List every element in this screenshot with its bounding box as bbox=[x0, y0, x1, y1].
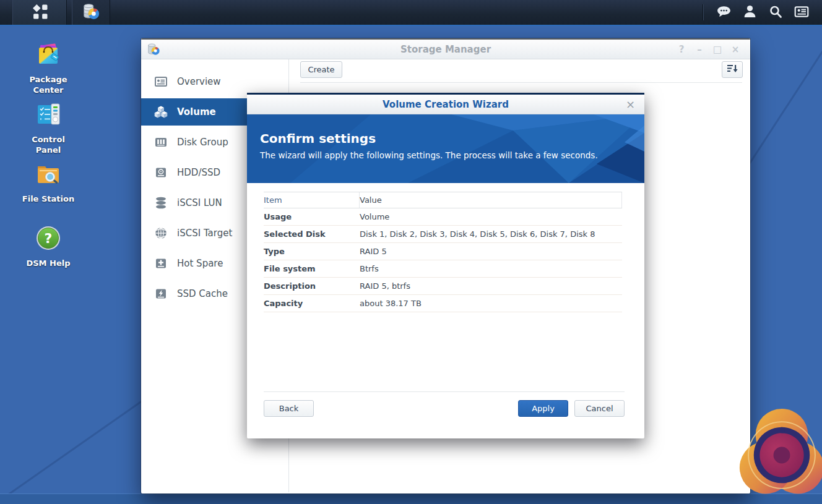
list-sort-button[interactable] bbox=[722, 61, 743, 78]
table-row: Capacity about 38.17 TB bbox=[264, 295, 622, 312]
sidebar-item-label: Disk Group bbox=[177, 137, 228, 148]
list-sort-icon bbox=[726, 62, 738, 77]
window-titlebar[interactable]: Storage Manager ? – □ × bbox=[141, 38, 750, 59]
desktop-icon-control-panel[interactable]: Control Panel bbox=[14, 101, 83, 155]
overview-icon bbox=[154, 75, 168, 88]
table-row: File system Btrfs bbox=[264, 260, 622, 278]
package-center-icon bbox=[35, 41, 62, 70]
control-panel-icon bbox=[35, 101, 62, 130]
search-icon bbox=[768, 4, 783, 21]
row-item-label: Selected Disk bbox=[264, 229, 360, 239]
user-menu-button[interactable] bbox=[738, 0, 761, 25]
row-item-label: Type bbox=[264, 247, 360, 256]
file-station-icon bbox=[35, 160, 62, 189]
dsm-help-icon: ? bbox=[35, 224, 62, 254]
row-value: about 38.17 TB bbox=[360, 299, 622, 308]
hot-spare-icon bbox=[154, 257, 168, 270]
table-row: Selected Disk Disk 1, Disk 2, Disk 3, Di… bbox=[264, 226, 622, 243]
desktop-icon-dsm-help[interactable]: ? DSM Help bbox=[14, 224, 83, 268]
hdd-ssd-icon bbox=[154, 166, 168, 179]
sidebar-item-label: iSCSI Target bbox=[177, 228, 232, 239]
back-button[interactable]: Back bbox=[264, 400, 314, 417]
desktop-icon-label: DSM Help bbox=[26, 258, 70, 268]
table-header-row: Item Value bbox=[264, 192, 622, 208]
column-header-value: Value bbox=[360, 192, 622, 208]
row-value: RAID 5, btrfs bbox=[360, 281, 622, 291]
ssd-cache-icon bbox=[154, 287, 168, 301]
table-row: Type RAID 5 bbox=[264, 243, 622, 260]
kitguru-logo bbox=[734, 408, 822, 503]
toolbar: Create bbox=[289, 59, 750, 83]
create-button[interactable]: Create bbox=[300, 61, 342, 78]
volume-creation-wizard-dialog: Volume Creation Wizard × Confirm setting… bbox=[247, 93, 644, 438]
svg-text:?: ? bbox=[45, 231, 53, 246]
main-menu-button[interactable] bbox=[12, 0, 67, 25]
wizard-subtitle: The wizard will apply the following sett… bbox=[260, 150, 598, 160]
disk-group-icon bbox=[154, 135, 168, 149]
row-value: Disk 1, Disk 2, Disk 3, Disk 4, Disk 5, … bbox=[360, 229, 622, 239]
iscsi-target-icon bbox=[154, 226, 168, 240]
wizard-footer: Back Apply Cancel bbox=[264, 391, 625, 417]
taskbar bbox=[0, 0, 822, 26]
minimize-icon[interactable]: – bbox=[693, 44, 706, 55]
close-icon[interactable]: × bbox=[729, 44, 742, 55]
notifications-icon bbox=[716, 4, 732, 21]
pilot-view-button[interactable] bbox=[790, 0, 813, 25]
window-title: Storage Manager bbox=[141, 44, 750, 55]
wallpaper-bottom-band bbox=[0, 493, 822, 504]
row-value: Volume bbox=[360, 212, 622, 221]
row-item-label: Capacity bbox=[264, 299, 360, 308]
search-button[interactable] bbox=[764, 0, 787, 25]
close-icon[interactable]: × bbox=[626, 99, 644, 110]
app-grid-icon bbox=[32, 4, 48, 21]
dialog-title: Volume Creation Wizard bbox=[247, 99, 644, 110]
help-icon[interactable]: ? bbox=[675, 44, 688, 55]
row-item-label: Usage bbox=[264, 212, 360, 221]
desktop-icon-label: File Station bbox=[22, 194, 74, 204]
taskbar-storage-manager-button[interactable] bbox=[72, 0, 110, 25]
row-item-label: File system bbox=[264, 264, 360, 273]
table-row: Usage Volume bbox=[264, 208, 622, 226]
sidebar-item-label: iSCSI LUN bbox=[177, 197, 222, 208]
wizard-banner: Confirm settings The wizard will apply t… bbox=[247, 114, 644, 183]
storage-manager-icon bbox=[82, 2, 100, 23]
sidebar-item-label: Hot Spare bbox=[177, 258, 223, 269]
desktop-icon-package-center[interactable]: Package Center bbox=[14, 41, 83, 95]
taskbar-separator bbox=[703, 4, 703, 20]
desktop-icon-label: Control Panel bbox=[19, 134, 78, 155]
apply-button[interactable]: Apply bbox=[518, 400, 568, 417]
sidebar-item-label: SSD Cache bbox=[177, 288, 228, 299]
sidebar-item-label: Volume bbox=[177, 106, 216, 117]
dialog-titlebar[interactable]: Volume Creation Wizard × bbox=[247, 95, 644, 114]
iscsi-lun-icon bbox=[154, 196, 168, 210]
row-value: RAID 5 bbox=[360, 247, 622, 256]
sidebar-item-label: Overview bbox=[177, 76, 221, 87]
desktop-icon-label: Package Center bbox=[19, 74, 78, 95]
maximize-icon[interactable]: □ bbox=[711, 44, 724, 55]
column-header-item: Item bbox=[264, 192, 360, 208]
wizard-heading: Confirm settings bbox=[260, 131, 598, 146]
notifications-button[interactable] bbox=[712, 0, 735, 25]
volume-cubes-icon bbox=[154, 105, 168, 119]
settings-table: Item Value Usage Volume Selected Disk Di… bbox=[264, 192, 622, 312]
table-row: Description RAID 5, btrfs bbox=[264, 278, 622, 295]
storage-manager-icon bbox=[147, 43, 160, 56]
sidebar-item-label: HDD/SSD bbox=[177, 167, 220, 178]
widgets-icon bbox=[794, 4, 810, 22]
row-item-label: Description bbox=[264, 281, 360, 291]
row-value: Btrfs bbox=[360, 264, 622, 273]
cancel-button[interactable]: Cancel bbox=[574, 400, 625, 417]
user-icon bbox=[742, 4, 758, 21]
desktop-icon-file-station[interactable]: File Station bbox=[14, 160, 83, 204]
sidebar-item-overview[interactable]: Overview bbox=[141, 68, 288, 95]
